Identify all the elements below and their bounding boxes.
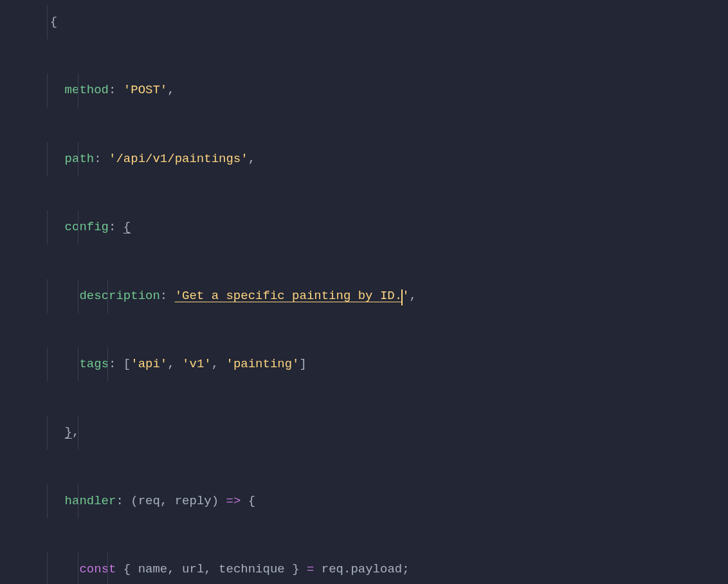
code-line: },: [35, 415, 728, 450]
text-cursor: [401, 289, 403, 306]
code-line: handler: (req, reply) => {: [35, 484, 728, 518]
code-line: path: '/api/v1/paintings',: [35, 142, 728, 176]
code-line: tags: ['api', 'v1', 'painting']: [35, 347, 728, 381]
code-line: config: {: [35, 210, 728, 244]
code-line: method: 'POST',: [35, 73, 728, 107]
code-line: {: [35, 5, 728, 39]
code-line: const { name, url, technique } = req.pay…: [35, 552, 728, 584]
code-line: description: 'Get a specific painting by…: [35, 279, 728, 313]
code-editor-content[interactable]: { method: 'POST', path: '/api/v1/paintin…: [35, 5, 728, 584]
